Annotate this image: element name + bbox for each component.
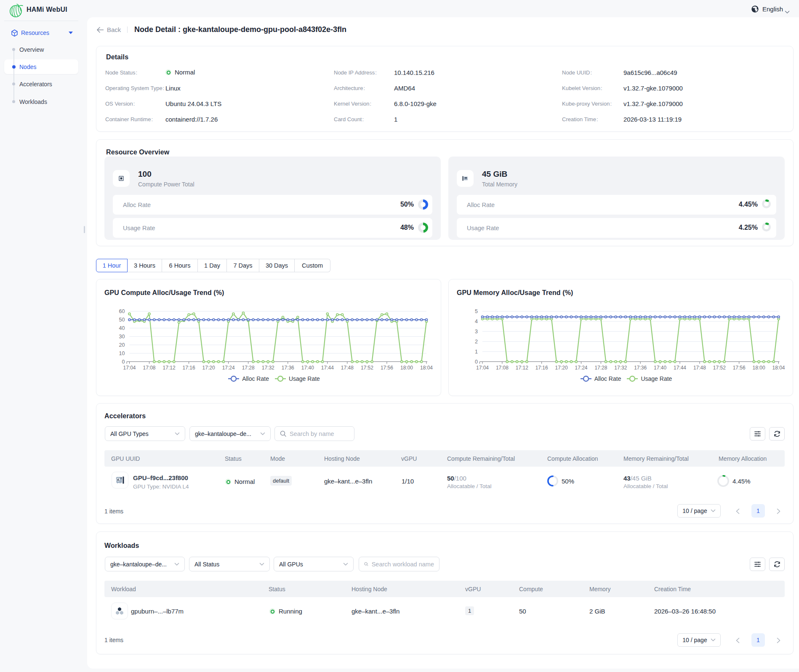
svg-text:50: 50 [119, 317, 125, 323]
svg-text:17:56: 17:56 [381, 365, 393, 371]
svg-text:17:32: 17:32 [614, 365, 627, 371]
svg-text:17:44: 17:44 [674, 365, 686, 371]
svg-text:17:36: 17:36 [282, 365, 294, 371]
svg-text:5: 5 [475, 308, 478, 314]
svg-text:17:32: 17:32 [262, 365, 274, 371]
svg-text:17:12: 17:12 [163, 365, 176, 371]
svg-text:17:36: 17:36 [634, 365, 647, 371]
svg-text:17:16: 17:16 [183, 365, 195, 371]
svg-text:10: 10 [119, 351, 125, 356]
svg-text:1: 1 [475, 349, 478, 355]
svg-text:17:20: 17:20 [202, 365, 215, 371]
svg-text:17:28: 17:28 [242, 365, 255, 371]
svg-text:17:08: 17:08 [496, 365, 509, 371]
svg-text:17:48: 17:48 [693, 365, 706, 371]
svg-text:3: 3 [475, 329, 478, 335]
svg-text:0: 0 [475, 359, 478, 365]
svg-text:18:00: 18:00 [400, 365, 413, 371]
svg-text:20: 20 [119, 342, 125, 348]
svg-text:17:16: 17:16 [535, 365, 548, 371]
svg-text:17:04: 17:04 [123, 365, 136, 371]
svg-text:18:00: 18:00 [753, 365, 765, 371]
svg-text:17:52: 17:52 [361, 365, 373, 371]
svg-text:17:40: 17:40 [654, 365, 666, 371]
svg-text:17:24: 17:24 [222, 365, 235, 371]
svg-text:17:52: 17:52 [713, 365, 726, 371]
svg-text:17:40: 17:40 [301, 365, 314, 371]
svg-text:17:20: 17:20 [555, 365, 568, 371]
svg-text:0: 0 [122, 359, 125, 365]
svg-text:18:04: 18:04 [420, 365, 433, 371]
svg-text:18:04: 18:04 [772, 365, 785, 371]
svg-text:40: 40 [119, 325, 125, 331]
svg-text:17:04: 17:04 [476, 365, 489, 371]
svg-text:60: 60 [119, 308, 125, 314]
svg-text:2: 2 [475, 339, 478, 345]
svg-text:17:44: 17:44 [321, 365, 334, 371]
svg-text:17:08: 17:08 [143, 365, 156, 371]
svg-text:17:56: 17:56 [733, 365, 746, 371]
svg-text:4: 4 [475, 319, 478, 324]
svg-text:17:28: 17:28 [594, 365, 607, 371]
svg-text:30: 30 [119, 334, 125, 340]
svg-text:17:48: 17:48 [341, 365, 354, 371]
svg-text:17:24: 17:24 [575, 365, 587, 371]
svg-text:17:12: 17:12 [516, 365, 528, 371]
